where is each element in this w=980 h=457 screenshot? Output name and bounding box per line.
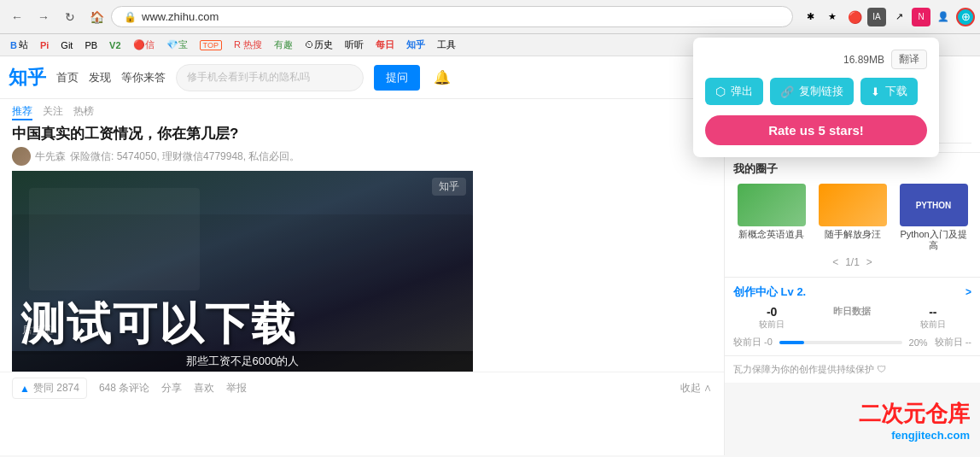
- ext-icon-n[interactable]: N: [912, 8, 930, 26]
- popup-btn-copy-label: 复制链接: [799, 84, 843, 99]
- circles-grid: 新概念英语道具 随手解放身汪 PYTHON Python入门及提高: [733, 184, 971, 251]
- creator-arrow[interactable]: >: [965, 286, 971, 298]
- cat-recommend[interactable]: 推荐: [12, 104, 32, 120]
- bm-bao[interactable]: 💎宝: [161, 38, 193, 52]
- popup-header: 16.89MB 翻译: [705, 50, 927, 69]
- address-bar[interactable]: 🔒 www.zhihu.com: [111, 6, 793, 27]
- left-column: 知乎 首页 发现 等你来答 修手机会看到手机的隐私吗 提问 🔔 推荐 关注 热榜…: [0, 56, 724, 455]
- download-icon: ⬇: [871, 85, 880, 98]
- article-categories: 推荐 关注 热榜: [12, 104, 712, 120]
- bm-tools[interactable]: 工具: [432, 38, 461, 52]
- ext-icon-active[interactable]: ⊕: [956, 8, 975, 26]
- circle-0-img: [738, 184, 806, 226]
- bm-listen[interactable]: 听听: [340, 38, 369, 52]
- bm-zhihu[interactable]: 知乎: [401, 38, 430, 52]
- comment-count[interactable]: 648 条评论: [99, 381, 149, 395]
- bm-b[interactable]: B站: [5, 38, 33, 52]
- ext-icon-star[interactable]: ★: [823, 8, 842, 26]
- popup-btn-copy[interactable]: 🔗 复制链接: [770, 78, 854, 105]
- cat-hot[interactable]: 热榜: [73, 104, 94, 120]
- history-icon: ⏲历史: [305, 38, 333, 51]
- ask-button[interactable]: 提问: [374, 65, 420, 91]
- progress-bar-fill: [779, 341, 804, 344]
- article-author: 牛先森 保险微信: 5474050, 理财微信4779948, 私信必回。: [12, 147, 712, 166]
- big-text-container: 测试可以下载: [20, 302, 464, 346]
- bm-xin[interactable]: 🔴信: [128, 38, 160, 52]
- top-label: TOP: [200, 40, 222, 50]
- stat-1: 昨日数据: [814, 305, 890, 331]
- daily-label: 每日: [376, 38, 394, 51]
- tools-label: 工具: [437, 38, 456, 51]
- bottom-branding: 二次元仓库 fengjitech.com: [859, 399, 970, 442]
- nav-home[interactable]: 首页: [56, 70, 79, 85]
- reload-button[interactable]: ↻: [58, 5, 82, 29]
- prev-page[interactable]: <: [832, 256, 838, 268]
- popup-action-row: ⬡ 弹出 🔗 复制链接 ⬇ 下载: [705, 78, 927, 105]
- circle-2-name: Python入门及提高: [895, 229, 971, 251]
- bm-pb[interactable]: PB: [79, 39, 102, 51]
- like-btn[interactable]: 喜欢: [194, 381, 214, 395]
- creator-section: 创作中心 Lv 2. > -0 较前日 昨日数据 -- 较前日 较前日 -0: [725, 278, 980, 355]
- save-btn[interactable]: 收起 ∧: [680, 381, 712, 395]
- bm-resou[interactable]: R 热搜: [229, 38, 267, 52]
- bm-daily[interactable]: 每日: [370, 38, 400, 52]
- bm-history[interactable]: ⏲历史: [300, 38, 338, 52]
- circle-0[interactable]: 新概念英语道具: [733, 184, 809, 251]
- popup-btn-popup-label: 弹出: [731, 84, 753, 99]
- upvote-button[interactable]: ▲ 赞同 2874: [12, 378, 87, 399]
- ext-icon-share[interactable]: ↗: [890, 8, 908, 26]
- stat-0: -0 较前日: [733, 305, 810, 331]
- popup-btn-download[interactable]: ⬇ 下载: [860, 78, 918, 105]
- circle-2[interactable]: PYTHON Python入门及提高: [895, 184, 971, 251]
- zhihu-logo: 知乎: [9, 65, 46, 91]
- bm-v2[interactable]: V2: [104, 39, 125, 51]
- resou-label: R 热搜: [234, 38, 262, 51]
- browser-toolbar: ← → ↻ 🏠 🔒 www.zhihu.com ✱ ★ 🔴 IA ↗ N 👤 ⊕: [0, 0, 980, 34]
- creator-title-text: 创作中心 Lv 2.: [733, 284, 806, 300]
- notification-bell[interactable]: 🔔: [434, 69, 451, 85]
- forward-button[interactable]: →: [32, 5, 55, 29]
- popup-btn-download-label: 下载: [885, 84, 907, 99]
- popup-btn-popup[interactable]: ⬡ 弹出: [705, 78, 763, 105]
- upvote-icon: ▲: [20, 383, 30, 395]
- cat-follow[interactable]: 关注: [43, 104, 63, 120]
- popup-btn-popup-icon: ⬡: [715, 85, 726, 98]
- stat-1-val: 昨日数据: [833, 305, 871, 318]
- ext-icon-img[interactable]: 🔴: [845, 8, 864, 26]
- bm-top[interactable]: TOP: [195, 39, 227, 51]
- rate-button[interactable]: Rate us 5 stars!: [705, 115, 927, 145]
- upvote-text: 赞同 2874: [33, 381, 79, 395]
- translate-button[interactable]: 翻译: [891, 50, 927, 69]
- report-btn[interactable]: 举报: [226, 381, 247, 395]
- article-header: 推荐 关注 热榜 中国真实的工资情况，你在第几层? 牛先森 保险微信: 5474…: [0, 99, 724, 166]
- secure-icon: 🔒: [124, 11, 137, 23]
- big-overlay-text: 测试可以下载: [20, 302, 464, 346]
- back-button[interactable]: ←: [5, 5, 29, 29]
- sidebar-bottom-bar: 瓦力保障为你的创作提供持续保护 🛡: [725, 355, 980, 383]
- progress-pct: 20%: [909, 337, 928, 348]
- nav-answer[interactable]: 等你来答: [121, 70, 166, 85]
- page-indicator: 1/1: [845, 256, 860, 268]
- ext-icon-user[interactable]: 👤: [934, 8, 953, 26]
- home-button[interactable]: 🏠: [85, 5, 108, 29]
- circles-title: 我的圈子: [733, 161, 971, 177]
- nav-discover[interactable]: 发现: [89, 70, 111, 85]
- video-watermark: 知乎: [432, 178, 466, 196]
- search-bar[interactable]: 修手机会看到手机的隐私吗: [176, 64, 364, 91]
- scene-table: [29, 188, 200, 290]
- share-btn[interactable]: 分享: [161, 381, 182, 395]
- progress-label-before: 较前日 -0: [733, 336, 773, 349]
- bm-youqu[interactable]: 有趣: [269, 38, 298, 52]
- bm-git[interactable]: Git: [55, 39, 78, 51]
- ext-icon-1[interactable]: ✱: [801, 8, 820, 26]
- pb-label: PB: [85, 40, 97, 50]
- bm-pi[interactable]: Pi: [35, 39, 54, 51]
- video-container: 知乎 后堂堂 那些工资不足6000的人 测试可以下载: [0, 171, 724, 372]
- circle-1[interactable]: 随手解放身汪: [814, 184, 890, 251]
- brand-en: fengjitech.com: [859, 429, 970, 442]
- ext-icon-ia[interactable]: IA: [867, 8, 886, 26]
- search-placeholder: 修手机会看到手机的隐私吗: [187, 70, 310, 85]
- bm-b-label: B: [10, 40, 17, 50]
- next-page[interactable]: >: [866, 256, 872, 268]
- video-player[interactable]: 知乎 后堂堂 那些工资不足6000的人 测试可以下载: [12, 171, 473, 372]
